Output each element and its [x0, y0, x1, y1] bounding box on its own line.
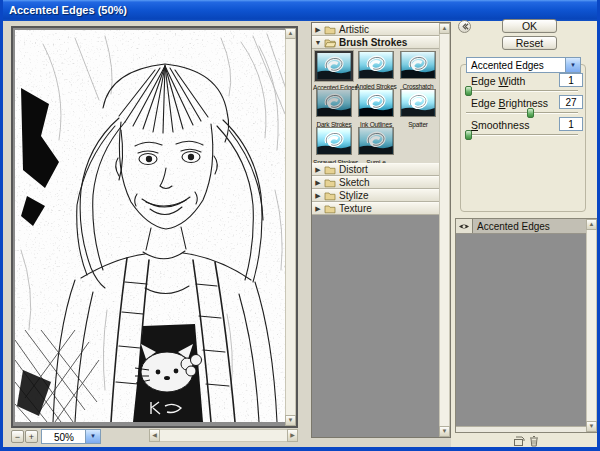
zoom-level-value: 50%: [42, 431, 85, 443]
zoom-level-select[interactable]: 50% ▼: [41, 429, 101, 444]
edge-brightness-slider-track[interactable]: [466, 112, 578, 114]
smoothness-slider-thumb[interactable]: [465, 130, 472, 140]
preview-horizontal-scrollbar[interactable]: ◀ ▶: [149, 429, 298, 442]
reset-button[interactable]: Reset: [502, 36, 557, 50]
collapsed-triangle-icon: ▶: [312, 179, 324, 187]
folder-icon: [324, 191, 336, 201]
thumbnail-image: [359, 128, 393, 154]
smoothness-input[interactable]: [559, 117, 583, 131]
folder-icon: [324, 204, 336, 214]
smoothness-slider-track[interactable]: [466, 134, 578, 136]
edge-width-input[interactable]: [559, 73, 583, 87]
category-label: Texture: [339, 203, 372, 214]
thumbnail-image: [401, 90, 435, 116]
filter-select[interactable]: Accented Edges ▼: [466, 57, 581, 73]
eye-icon: [458, 222, 470, 231]
collapsed-triangle-icon: ▶: [312, 205, 324, 213]
collapsed-triangle-icon: ▶: [312, 26, 324, 34]
visibility-toggle[interactable]: [456, 219, 473, 233]
filter-thumb-dark-strokes[interactable]: Dark Strokes: [313, 89, 355, 128]
thumbnail-image: [317, 90, 351, 116]
scroll-left-icon[interactable]: ◀: [149, 429, 160, 442]
edge-brightness-input[interactable]: [559, 95, 583, 109]
thumbnail-image: [401, 52, 435, 78]
folder-icon: [324, 25, 336, 35]
new-layer-icon: [513, 436, 525, 447]
double-chevron-left-icon: [459, 21, 470, 32]
filter-thumb-ink-outlines[interactable]: Ink Outlines: [355, 89, 397, 128]
scroll-down-icon[interactable]: ▼: [586, 421, 597, 432]
category-texture[interactable]: ▶ Texture: [312, 202, 439, 215]
preview-vertical-scrollbar[interactable]: ▲ ▼: [285, 28, 296, 426]
delete-effect-layer-button[interactable]: [529, 435, 539, 447]
filter-thumb-accented-edges[interactable]: Accented Edges: [313, 51, 355, 91]
smoothness-label: Smoothness: [471, 119, 529, 131]
filter-thumb-sprayed-strokes[interactable]: Sprayed Strokes: [313, 127, 355, 166]
category-artistic[interactable]: ▶ Artistic: [312, 23, 439, 36]
edge-brightness-slider-thumb[interactable]: [527, 108, 534, 118]
thumbnail-image: [317, 128, 351, 154]
filter-thumbnail-grid: Accented Edges Angled Strokes Crosshatch…: [312, 49, 439, 163]
edge-width-slider-track[interactable]: [466, 90, 578, 92]
preview-viewport: ▲ ▼: [11, 26, 298, 428]
effect-layer-label: Accented Edges: [473, 219, 550, 233]
chevron-down-icon: ▼: [85, 430, 100, 443]
collapsed-triangle-icon: ▶: [312, 192, 324, 200]
scroll-up-icon[interactable]: ▲: [586, 219, 597, 230]
effect-list-horizontal-scrollbar[interactable]: [456, 426, 586, 432]
scroll-up-icon[interactable]: ▲: [285, 28, 296, 39]
filter-select-value: Accented Edges: [467, 59, 565, 71]
filter-gallery-dialog: Accented Edges (50%): [0, 0, 600, 451]
filter-thumb-sumi-e[interactable]: Sumi-e: [355, 127, 397, 166]
effect-list-vertical-scrollbar[interactable]: ▲ ▼: [586, 219, 597, 432]
category-label: Distort: [339, 164, 368, 175]
category-label: Stylize: [339, 190, 368, 201]
ok-button[interactable]: OK: [502, 19, 557, 33]
filter-category-browser: ▶ Artistic ▼ Brush Strokes Accented Edge…: [311, 22, 451, 438]
trash-icon: [529, 435, 539, 447]
preview-image[interactable]: [15, 30, 287, 422]
title-bar[interactable]: Accented Edges (50%): [0, 0, 600, 21]
scroll-down-icon[interactable]: ▼: [439, 426, 450, 437]
scroll-down-icon[interactable]: ▼: [285, 415, 296, 426]
collapse-thumbnails-button[interactable]: [458, 20, 471, 33]
preview-sketch: [15, 30, 287, 422]
collapsed-triangle-icon: ▶: [312, 166, 324, 174]
category-stylize[interactable]: ▶ Stylize: [312, 189, 439, 202]
window-title: Accented Edges (50%): [9, 4, 127, 16]
category-distort[interactable]: ▶ Distort: [312, 163, 439, 176]
category-sketch[interactable]: ▶ Sketch: [312, 176, 439, 189]
filter-thumb-crosshatch[interactable]: Crosshatch: [397, 51, 439, 90]
edge-width-slider-thumb[interactable]: [465, 86, 472, 96]
folder-icon: [324, 165, 336, 175]
expanded-triangle-icon: ▼: [312, 39, 324, 46]
thumb-caption: Spatter: [397, 121, 439, 128]
edge-width-label: Edge Width: [471, 75, 525, 87]
effect-layers-list: Accented Edges ▲ ▼: [455, 218, 598, 433]
folder-icon: [324, 178, 336, 188]
thumbnail-image: [359, 52, 393, 78]
edge-brightness-label: Edge Brightness: [471, 97, 548, 109]
settings-panel: OK Reset Accented Edges ▼ Edge Width Edg…: [451, 21, 600, 448]
zoom-in-button[interactable]: +: [25, 430, 38, 443]
category-label: Brush Strokes: [339, 37, 407, 48]
thumbnail-image: [359, 90, 393, 116]
filter-thumb-spatter[interactable]: Spatter: [397, 89, 439, 128]
scroll-up-icon[interactable]: ▲: [439, 23, 450, 34]
filter-thumb-angled-strokes[interactable]: Angled Strokes: [355, 51, 397, 90]
browser-vertical-scrollbar[interactable]: ▲ ▼: [439, 23, 450, 437]
category-label: Artistic: [339, 24, 369, 35]
chevron-down-icon: ▼: [565, 58, 580, 72]
zoom-out-button[interactable]: −: [11, 430, 24, 443]
scroll-right-icon[interactable]: ▶: [287, 429, 298, 442]
category-brush-strokes[interactable]: ▼ Brush Strokes: [312, 36, 439, 49]
effect-layer-row[interactable]: Accented Edges: [456, 219, 586, 234]
open-folder-icon: [324, 38, 336, 48]
thumbnail-image: [317, 53, 351, 79]
new-effect-layer-button[interactable]: [513, 436, 525, 447]
category-label: Sketch: [339, 177, 370, 188]
